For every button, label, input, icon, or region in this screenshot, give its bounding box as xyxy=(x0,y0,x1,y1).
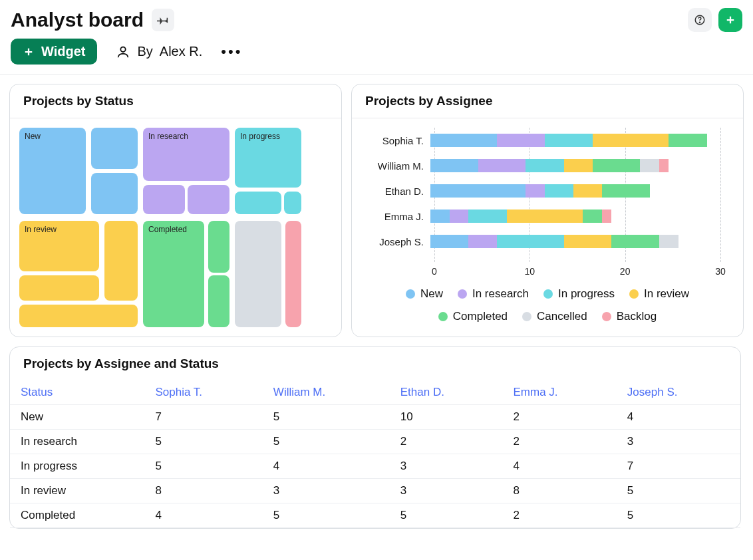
treemap-cell[interactable] xyxy=(208,275,229,327)
table-cell: 7 xyxy=(617,454,740,479)
legend-label: Backlog xyxy=(617,310,657,323)
bar-segment[interactable] xyxy=(468,210,506,223)
bar-segment[interactable] xyxy=(430,159,478,172)
legend-swatch xyxy=(406,289,415,299)
pin-button[interactable] xyxy=(152,9,174,31)
treemap-cell[interactable] xyxy=(235,192,281,214)
table-cell: 3 xyxy=(390,454,503,479)
legend-label: In review xyxy=(644,287,689,301)
treemap-cell[interactable] xyxy=(19,305,138,327)
bar-segment[interactable] xyxy=(430,235,468,248)
bar-segment[interactable] xyxy=(602,210,611,223)
author-info[interactable]: By Alex R. xyxy=(116,44,202,59)
table-header-cell[interactable]: Status xyxy=(10,380,144,405)
table-header-cell[interactable]: Emma J. xyxy=(503,380,617,405)
table-header-cell[interactable]: William M. xyxy=(263,380,390,405)
bar-track[interactable] xyxy=(430,235,716,248)
bar-segment[interactable] xyxy=(497,235,563,248)
treemap-cell[interactable] xyxy=(208,221,229,273)
table-header-cell[interactable]: Joseph S. xyxy=(617,380,740,405)
svg-point-1 xyxy=(699,22,700,23)
bar-segment[interactable] xyxy=(611,235,659,248)
treemap-cell[interactable] xyxy=(19,275,99,301)
bar-segment[interactable] xyxy=(564,235,612,248)
table-cell: 5 xyxy=(617,479,740,503)
treemap-cell[interactable] xyxy=(188,185,229,214)
treemap-cell[interactable] xyxy=(235,221,281,327)
table-header-cell[interactable]: Sophia T. xyxy=(144,380,262,405)
bar-segment[interactable] xyxy=(602,184,650,198)
x-tick: 10 xyxy=(525,266,535,277)
bar-segment[interactable] xyxy=(468,235,497,248)
stacked-bar-chart[interactable]: Sophia T.William M.Ethan D.Emma J.Joseph… xyxy=(361,128,734,262)
table-cell: In research xyxy=(10,430,144,454)
bar-segment[interactable] xyxy=(478,159,526,172)
bar-label: Sophia T. xyxy=(364,135,430,146)
table-cell: 4 xyxy=(617,405,740,430)
card-title: Projects by Status xyxy=(10,84,341,118)
bar-segment[interactable] xyxy=(669,134,706,147)
treemap-cell[interactable] xyxy=(284,192,301,214)
bar-segment[interactable] xyxy=(640,159,659,172)
table-cell: In review xyxy=(10,479,144,503)
bar-segment[interactable] xyxy=(430,134,497,147)
more-button[interactable]: ••• xyxy=(221,43,242,61)
bar-segment[interactable] xyxy=(507,210,583,223)
treemap-cell[interactable] xyxy=(91,173,138,214)
bar-segment[interactable] xyxy=(593,134,669,147)
treemap-cell[interactable] xyxy=(285,221,301,327)
bar-segment[interactable] xyxy=(526,184,545,198)
bar-segment[interactable] xyxy=(497,134,545,147)
help-button[interactable] xyxy=(688,8,712,32)
table-cell: 3 xyxy=(617,430,740,454)
bar-segment[interactable] xyxy=(573,184,602,198)
bar-segment[interactable] xyxy=(583,210,602,223)
legend-swatch xyxy=(458,289,467,299)
table-cell: 8 xyxy=(503,479,617,503)
table-cell: 10 xyxy=(390,405,503,430)
legend-item[interactable]: Completed xyxy=(438,310,508,323)
bar-segment[interactable] xyxy=(593,159,641,172)
legend-item[interactable]: Backlog xyxy=(602,310,657,323)
treemap-cell[interactable]: Completed xyxy=(143,221,204,327)
add-button[interactable] xyxy=(718,8,742,32)
table-cell: 2 xyxy=(503,503,617,528)
bar-track[interactable] xyxy=(430,159,716,172)
treemap-cell[interactable] xyxy=(104,221,138,301)
bar-label: William M. xyxy=(364,160,430,172)
bar-segment[interactable] xyxy=(545,184,573,198)
bar-label: Joseph S. xyxy=(364,236,430,247)
table-cell: 2 xyxy=(503,405,617,430)
bar-track[interactable] xyxy=(430,184,716,198)
treemap-cell[interactable]: New xyxy=(19,128,86,214)
bar-row: Emma J. xyxy=(364,206,731,226)
bar-segment[interactable] xyxy=(564,159,593,172)
bar-segment[interactable] xyxy=(659,235,678,248)
bar-track[interactable] xyxy=(430,210,716,223)
table-cell: In progress xyxy=(10,454,144,479)
legend-item[interactable]: In progress xyxy=(543,287,615,301)
bar-track[interactable] xyxy=(430,134,716,147)
treemap-cell[interactable] xyxy=(91,128,138,169)
treemap-cell[interactable]: In research xyxy=(143,128,229,181)
bar-segment[interactable] xyxy=(430,184,526,198)
page-title: Analyst board xyxy=(11,9,144,31)
legend-item[interactable]: New xyxy=(406,287,443,301)
treemap-chart[interactable]: NewIn researchIn progressIn reviewComple… xyxy=(19,128,325,327)
bar-segment[interactable] xyxy=(450,210,469,223)
add-widget-button[interactable]: Widget xyxy=(11,39,97,65)
table-cell: 7 xyxy=(144,405,262,430)
bar-segment[interactable] xyxy=(526,159,563,172)
bar-segment[interactable] xyxy=(545,134,593,147)
bar-row: Joseph S. xyxy=(364,231,731,251)
treemap-cell[interactable]: In progress xyxy=(235,128,301,188)
legend-item[interactable]: In review xyxy=(629,287,689,301)
bar-segment[interactable] xyxy=(659,159,669,172)
bar-segment[interactable] xyxy=(430,210,450,223)
legend-item[interactable]: In research xyxy=(458,287,529,301)
legend-item[interactable]: Cancelled xyxy=(522,310,587,323)
by-label: By xyxy=(137,44,152,59)
table-header-cell[interactable]: Ethan D. xyxy=(390,380,503,405)
treemap-cell[interactable] xyxy=(143,185,185,214)
treemap-cell[interactable]: In review xyxy=(19,221,99,271)
